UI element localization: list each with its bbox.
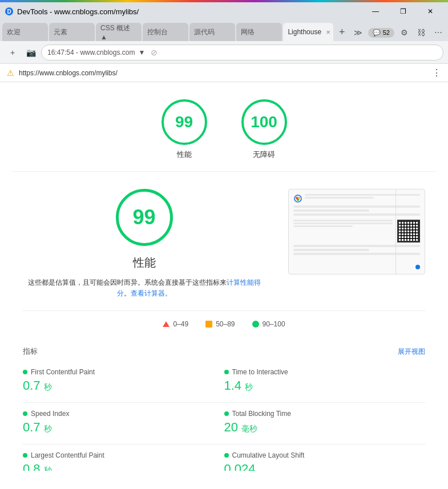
metric-fcp-dot xyxy=(23,370,27,374)
tabbar: 欢迎 元素 CSS 概述 ▲ 控制台 源代码 网络 Lighthouse ✕ +… xyxy=(0,21,448,41)
score-label-accessibility: 无障碍 xyxy=(241,149,287,160)
address-bar[interactable]: 16:47:54 - www.cnblogs.com ▼ ⊘ xyxy=(41,45,443,60)
tab-lighthouse-close[interactable]: ✕ xyxy=(326,29,330,35)
metric-tbt-value: 20 毫秒 xyxy=(224,420,426,435)
legend-red: 0–49 xyxy=(163,320,188,328)
titlebar-title: DevTools - www.cnblogs.com/mylibs/ xyxy=(17,7,139,16)
calculator-link[interactable]: 查看计算器。 xyxy=(131,289,172,297)
perf-desc: 这些都是估算值，且可能会因时而异。系统会直接基于这些指标来计算性能得分。查看计算… xyxy=(23,277,265,299)
add-tab-button[interactable]: + xyxy=(334,24,350,40)
tab-lighthouse[interactable]: Lighthouse ✕ xyxy=(283,23,333,41)
perf-score-circle: 99 xyxy=(116,189,173,246)
screenshot-line-2 xyxy=(305,197,374,199)
screenshot-preview xyxy=(288,189,425,274)
perf-left: 99 性能 这些都是估算值，且可能会因时而异。系统会直接基于这些指标来计算性能得… xyxy=(23,189,265,299)
screenshot-header xyxy=(293,194,420,203)
metric-cls-value: 0.024 xyxy=(224,462,426,471)
legend-icon-red xyxy=(163,321,169,327)
score-circle-performance: 99 xyxy=(162,99,207,145)
metric-fcp-name: First Contentful Paint xyxy=(23,368,224,376)
url-text: https://www.cnblogs.com/mylibs/ xyxy=(19,69,118,77)
metric-tbt-name: Total Blocking Time xyxy=(224,410,426,418)
tab-sources[interactable]: 源代码 xyxy=(189,23,235,41)
share-button[interactable]: ⛓ xyxy=(414,25,429,40)
metric-tti-name: Time to Interactive xyxy=(224,368,426,376)
screenshot-line-1 xyxy=(305,194,420,196)
tab-network[interactable]: 网络 xyxy=(236,23,282,41)
metric-fcp-value: 0.7 秒 xyxy=(23,378,224,393)
nav-badge-count: 52 xyxy=(383,29,390,36)
metric-tbt-dot xyxy=(224,411,229,416)
legend-icon-green xyxy=(252,321,259,328)
legend-icon-orange xyxy=(205,321,212,328)
tab-console[interactable]: 控制台 xyxy=(143,23,188,41)
settings-button[interactable]: ⚙ xyxy=(397,25,411,40)
metrics-title: 指标 xyxy=(23,346,38,357)
score-label-performance: 性能 xyxy=(162,149,207,160)
screenshot-mid xyxy=(293,220,420,243)
metric-lcp-name: Largest Contentful Paint xyxy=(23,451,224,459)
menu-button[interactable]: ⋯ xyxy=(431,25,446,40)
tab-network-label: 网络 xyxy=(241,27,255,37)
main-content: 99 性能 100 无障碍 99 性能 这些都是估算值，且可能会因时而异。系统会… xyxy=(0,82,448,471)
tab-welcome[interactable]: 欢迎 xyxy=(2,23,48,41)
metric-si-name: Speed Index xyxy=(23,410,224,418)
tab-welcome-label: 欢迎 xyxy=(7,27,21,37)
screenshot-line-7 xyxy=(293,223,393,224)
svg-text:D: D xyxy=(7,9,11,15)
metric-lcp-value: 0.8 秒 xyxy=(23,462,224,471)
tab-css-overview[interactable]: CSS 概述 ▲ xyxy=(96,23,142,41)
address-text: 16:47:54 - www.cnblogs.com xyxy=(47,49,135,56)
metric-lcp-dot xyxy=(23,453,27,458)
address-icon: ▼ xyxy=(138,49,145,56)
warning-icon: ⚠ xyxy=(7,68,14,78)
screenshot-title-area xyxy=(305,194,420,203)
screenshot-line-4 xyxy=(293,209,369,212)
metric-si-dot xyxy=(23,411,27,416)
metrics-grid: First Contentful Paint 0.7 秒 Time to Int… xyxy=(0,361,448,471)
notification-badge[interactable]: 💬 52 xyxy=(368,28,394,38)
metric-cls-name: Cumulative Layout Shift xyxy=(224,451,426,459)
score-accessibility: 100 无障碍 xyxy=(241,99,287,160)
score-performance: 99 性能 xyxy=(162,99,207,160)
metrics-expand-button[interactable]: 展开视图 xyxy=(398,347,425,357)
tab-lighthouse-label: Lighthouse xyxy=(288,28,321,36)
new-tab-button[interactable]: + xyxy=(5,45,21,60)
perf-title: 性能 xyxy=(23,255,265,270)
metric-fcp: First Contentful Paint 0.7 秒 xyxy=(23,361,224,403)
tab-sources-label: 源代码 xyxy=(194,27,215,37)
screenshot-blue-dot xyxy=(415,265,420,269)
perf-section: 99 性能 这些都是估算值，且可能会因时而异。系统会直接基于这些指标来计算性能得… xyxy=(0,172,448,310)
legend-section: 0–49 50–89 90–100 xyxy=(23,310,425,337)
legend-range-green: 90–100 xyxy=(263,320,285,328)
close-button[interactable]: ✕ xyxy=(417,2,443,21)
maximize-button[interactable]: ❐ xyxy=(390,2,416,21)
tab-elements-label: 元素 xyxy=(54,27,67,37)
legend-range-orange: 50–89 xyxy=(216,320,235,328)
tab-elements[interactable]: 元素 xyxy=(49,23,95,41)
score-circle-accessibility: 100 xyxy=(241,99,287,145)
screenshot-divider-line xyxy=(395,189,396,274)
legend-range-red: 0–49 xyxy=(173,320,188,328)
metric-tti-dot xyxy=(224,370,229,374)
metric-tbt: Total Blocking Time 20 毫秒 xyxy=(224,403,426,444)
metric-tti-value: 1.4 秒 xyxy=(224,378,426,393)
minimize-button[interactable]: — xyxy=(362,2,389,21)
screenshot-line-3 xyxy=(293,205,420,208)
screenshot-left-text xyxy=(293,220,393,243)
tab-console-label: 控制台 xyxy=(147,27,168,37)
toolbar: + 📷 16:47:54 - www.cnblogs.com ▼ ⊘ xyxy=(0,41,448,64)
metrics-header: 指标 展开视图 xyxy=(0,337,448,361)
more-tabs-button[interactable]: ≫ xyxy=(351,25,366,40)
svg-point-5 xyxy=(297,199,299,201)
screenshot-button[interactable]: 📷 xyxy=(23,45,39,60)
legend-orange: 50–89 xyxy=(205,320,235,328)
metric-si-value: 0.7 秒 xyxy=(23,420,224,435)
scores-section: 99 性能 100 无障碍 xyxy=(0,82,448,171)
titlebar: D DevTools - www.cnblogs.com/mylibs/ — ❐… xyxy=(0,2,448,21)
perf-right xyxy=(288,189,425,299)
screenshot-line-5 xyxy=(293,213,420,216)
screenshot-qr xyxy=(397,220,420,243)
metric-cls: Cumulative Layout Shift 0.024 xyxy=(224,444,426,471)
url-menu-button[interactable]: ⋮ xyxy=(432,67,441,78)
